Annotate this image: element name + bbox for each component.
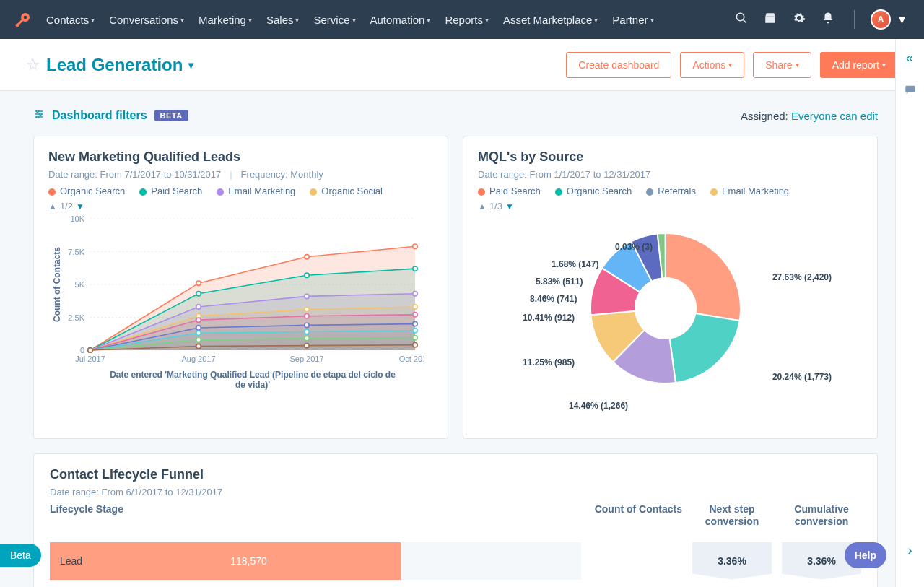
comments-icon[interactable] — [904, 83, 917, 100]
legend-item[interactable]: Paid Search — [139, 186, 202, 196]
svg-point-62 — [196, 337, 201, 342]
svg-point-54 — [196, 326, 201, 330]
svg-point-40 — [413, 266, 417, 271]
card-new-mqls: New Marketing Qualified Leads Date range… — [33, 136, 448, 439]
beta-badge: BETA — [154, 110, 188, 121]
expand-rail-icon[interactable]: › — [908, 543, 912, 558]
chevron-down-icon: ▾ — [427, 16, 430, 24]
svg-point-11 — [37, 110, 39, 113]
filter-icon — [33, 108, 45, 123]
dashboard-filters-button[interactable]: Dashboard filters BETA — [33, 108, 188, 123]
svg-rect-6 — [765, 16, 775, 22]
svg-text:de vida)': de vida)' — [235, 380, 270, 390]
hubspot-logo-icon[interactable] — [14, 11, 32, 28]
legend-item[interactable]: Organic Search — [555, 186, 632, 196]
bell-icon[interactable] — [815, 12, 841, 28]
legend-item[interactable]: Email Marketing — [217, 186, 295, 196]
svg-point-12 — [40, 113, 42, 116]
svg-point-39 — [305, 273, 309, 277]
chevron-down-icon: ▾ — [485, 16, 489, 24]
legend-item[interactable]: Email Marketing — [710, 186, 789, 196]
legend-item[interactable]: Organic Search — [48, 186, 125, 196]
filters-row: Dashboard filters BETA Assigned: Everyon… — [33, 108, 878, 123]
svg-point-13 — [37, 116, 39, 118]
chart-label: 1.68% (147) — [552, 259, 598, 269]
nav-reports[interactable]: Reports▾ — [439, 14, 494, 26]
date-range: Date range: From 1/1/2017 to 12/31/2017 — [478, 169, 650, 180]
help-fab-button[interactable]: Help — [845, 542, 886, 568]
card-title: MQL's by Source — [478, 149, 863, 165]
pager-prev[interactable]: ▲ — [478, 201, 487, 212]
nav-automation[interactable]: Automation▾ — [365, 14, 437, 26]
assigned-block: Assigned: Everyone can edit — [741, 110, 878, 122]
svg-point-66 — [196, 344, 201, 348]
chevron-down-icon: ▾ — [594, 16, 598, 24]
search-icon[interactable] — [728, 12, 754, 28]
svg-text:2.5K: 2.5K — [68, 313, 84, 322]
svg-point-67 — [305, 343, 309, 347]
pager-next[interactable]: ▼ — [76, 201, 84, 212]
pager-next[interactable]: ▼ — [505, 201, 514, 212]
stage-count: 118,570 — [230, 555, 267, 567]
pager-prev[interactable]: ▲ — [48, 201, 57, 212]
chart-label: 5.83% (511) — [536, 277, 583, 287]
svg-point-1 — [24, 16, 27, 19]
gear-icon[interactable] — [786, 12, 812, 28]
nav-service[interactable]: Service▾ — [308, 14, 361, 26]
svg-text:10K: 10K — [70, 214, 84, 223]
page-title: Lead Generation — [46, 55, 183, 75]
next-conversion: 3.36% — [692, 542, 772, 580]
legend-item[interactable]: Referrals — [646, 186, 696, 196]
nav-marketing[interactable]: Marketing▾ — [193, 14, 258, 26]
share-button[interactable]: Share▾ — [753, 52, 811, 78]
user-avatar[interactable]: A — [871, 9, 891, 30]
nav-contacts[interactable]: Contacts▾ — [40, 14, 100, 26]
svg-text:7.5K: 7.5K — [68, 248, 84, 256]
chart-label: 27.63% (2,420) — [772, 272, 832, 282]
nav-sales[interactable]: Sales▾ — [261, 14, 305, 26]
svg-point-3 — [16, 24, 19, 27]
stage-label: Lead — [50, 555, 82, 567]
chevron-down-icon: ▾ — [188, 59, 193, 71]
account-dropdown[interactable]: ▾ — [894, 12, 910, 27]
assigned-link[interactable]: Everyone can edit — [791, 110, 878, 122]
svg-point-63 — [305, 336, 309, 340]
svg-point-58 — [196, 331, 201, 335]
chart-label: 20.24% (1,773) — [772, 372, 832, 382]
collapse-rail-icon[interactable]: » — [906, 51, 913, 66]
svg-text:Oct 2017: Oct 2017 — [399, 355, 424, 363]
svg-text:Aug 2017: Aug 2017 — [181, 355, 215, 363]
svg-text:Date entered 'Marketing Qualif: Date entered 'Marketing Qualified Lead (… — [110, 370, 396, 380]
chart-label: 14.46% (1,266) — [569, 401, 628, 411]
funnel-row: Lead 118,570 3.36% 3.36% — [50, 542, 861, 580]
legend-item[interactable]: Paid Search — [478, 186, 541, 196]
svg-point-55 — [305, 323, 309, 327]
chevron-down-icon: ▾ — [352, 16, 356, 24]
svg-text:5K: 5K — [75, 280, 85, 289]
svg-point-52 — [413, 313, 417, 317]
chevron-down-icon: ▾ — [796, 61, 799, 69]
page-header: ☆ Lead Generation ▾ Create dashboard Act… — [0, 39, 924, 91]
create-dashboard-button[interactable]: Create dashboard — [566, 52, 671, 78]
svg-point-56 — [413, 321, 417, 326]
star-icon[interactable]: ☆ — [26, 56, 40, 74]
dashboard-title-dropdown[interactable]: Lead Generation ▾ — [46, 55, 193, 75]
nav-conversations[interactable]: Conversations▾ — [103, 14, 190, 26]
legend-item[interactable]: Organic Social — [310, 186, 383, 196]
svg-text:Sep 2017: Sep 2017 — [289, 355, 323, 363]
chevron-down-icon: ▾ — [248, 16, 252, 24]
legend-pager: ▲ 1/2 ▼ — [48, 201, 433, 212]
nav-asset-marketplace[interactable]: Asset Marketplace▾ — [497, 14, 603, 26]
nav-partner[interactable]: Partner▾ — [606, 14, 659, 26]
beta-fab-button[interactable]: Beta — [0, 544, 41, 567]
marketplace-icon[interactable] — [757, 12, 783, 28]
svg-point-68 — [413, 343, 417, 347]
chart-label: 11.25% (985) — [523, 357, 575, 368]
add-report-button[interactable]: Add report▾ — [820, 52, 898, 78]
svg-point-43 — [305, 294, 309, 298]
actions-button[interactable]: Actions▾ — [680, 52, 744, 78]
svg-point-50 — [196, 318, 201, 322]
chevron-down-icon: ▾ — [295, 16, 299, 24]
svg-point-48 — [413, 305, 417, 309]
nav-divider — [854, 10, 855, 29]
